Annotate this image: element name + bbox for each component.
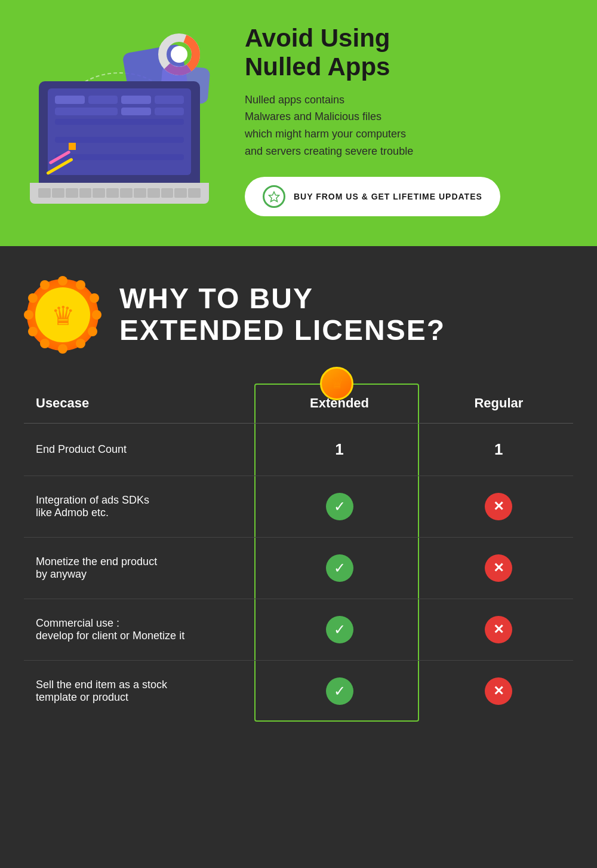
regular-count: 1 [494, 440, 503, 458]
cross-icon: ✕ [485, 493, 512, 520]
extended-crown-container: ♛ [320, 367, 353, 400]
cross-icon: ✕ [485, 677, 512, 705]
license-table: Usecase Extended Regular End Product Cou… [24, 384, 573, 722]
row-3-usecase: Commercial use :develop for client or Mo… [24, 599, 254, 661]
crown-icon: ♛ [330, 374, 344, 392]
buy-button-icon [263, 185, 285, 208]
row-2-extended: ✓ [254, 538, 424, 599]
why-header: ♛ WHY TO BUY EXTENDED LICENSE? [24, 276, 573, 354]
table-row: End Product Count11 [24, 424, 573, 476]
main-title: Avoid UsingNulled Apps [245, 24, 567, 82]
svg-point-6 [58, 276, 67, 286]
svg-point-14 [28, 327, 38, 336]
extended-crown-badge: ♛ [320, 367, 353, 400]
svg-point-13 [40, 339, 50, 348]
table-row: Commercial use :develop for client or Mo… [24, 599, 573, 661]
svg-marker-4 [269, 192, 279, 202]
laptop-illustration [30, 36, 221, 204]
svg-point-9 [92, 310, 101, 320]
table-row: Sell the end item as a stocktemplate or … [24, 661, 573, 722]
row-4-regular: ✕ [424, 661, 573, 722]
row-0-usecase: End Product Count [24, 424, 254, 476]
header-regular: Regular [424, 384, 573, 424]
why-title: WHY TO BUY EXTENDED LICENSE? [119, 283, 445, 346]
row-0-extended: 1 [254, 424, 424, 476]
bottom-section: ♛ WHY TO BUY EXTENDED LICENSE? ♛ Usecase… [0, 246, 597, 757]
donut-chart [155, 30, 203, 78]
svg-point-7 [76, 280, 85, 290]
row-3-extended: ✓ [254, 599, 424, 661]
row-4-extended: ✓ [254, 661, 424, 722]
cross-icon: ✕ [485, 616, 512, 643]
row-1-usecase: Integration of ads SDKslike Admob etc. [24, 476, 254, 538]
table-row: Integration of ads SDKslike Admob etc.✓✕ [24, 476, 573, 538]
row-0-regular: 1 [424, 424, 573, 476]
table-header-row: Usecase Extended Regular [24, 384, 573, 424]
row-3-regular: ✕ [424, 599, 573, 661]
buy-button[interactable]: BUY FROM US & GET LIFETIME UPDATES [245, 177, 500, 216]
extended-count: 1 [335, 440, 343, 458]
svg-point-11 [76, 339, 85, 348]
license-table-wrapper: ♛ Usecase Extended Regular End Product C… [24, 384, 573, 722]
svg-point-12 [58, 344, 67, 354]
top-content: Avoid UsingNulled Apps Nulled apps conta… [245, 24, 567, 216]
svg-point-10 [88, 327, 97, 336]
check-icon: ✓ [326, 677, 353, 705]
badge-icon: ♛ [24, 276, 101, 354]
check-icon: ✓ [326, 493, 353, 520]
row-4-usecase: Sell the end item as a stocktemplate or … [24, 661, 254, 722]
top-section: Avoid UsingNulled Apps Nulled apps conta… [0, 0, 597, 246]
cross-icon: ✕ [485, 554, 512, 582]
buy-button-text: BUY FROM US & GET LIFETIME UPDATES [294, 192, 482, 201]
header-usecase: Usecase [24, 384, 254, 424]
row-1-extended: ✓ [254, 476, 424, 538]
svg-point-3 [171, 46, 187, 63]
main-description: Nulled apps contains Malwares and Malici… [245, 91, 567, 160]
table-row: Monetize the end productby anyway✓✕ [24, 538, 573, 599]
svg-point-15 [24, 310, 33, 320]
row-2-regular: ✕ [424, 538, 573, 599]
svg-point-17 [40, 280, 50, 290]
orange-dot [69, 143, 76, 150]
check-icon: ✓ [326, 554, 353, 582]
svg-point-16 [28, 293, 38, 303]
row-1-regular: ✕ [424, 476, 573, 538]
row-2-usecase: Monetize the end productby anyway [24, 538, 254, 599]
check-icon: ✓ [326, 616, 353, 643]
svg-text:♛: ♛ [51, 301, 75, 330]
svg-point-8 [90, 293, 99, 303]
